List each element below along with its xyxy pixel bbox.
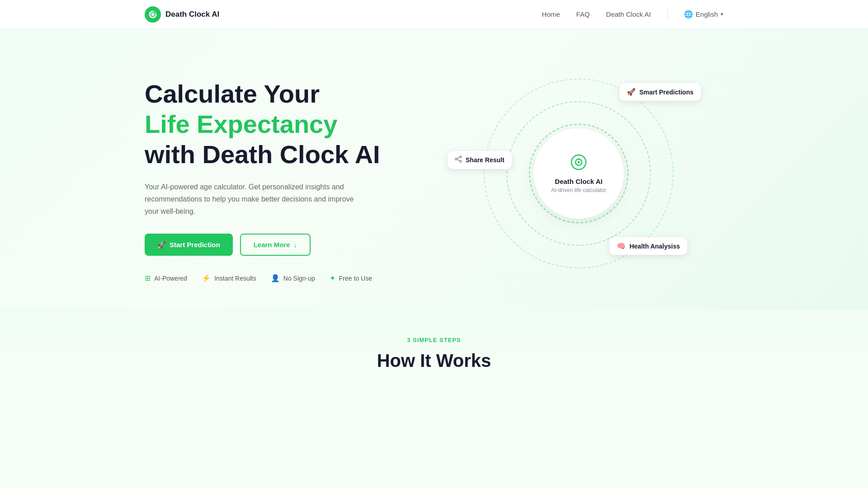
nav-links: Home FAQ Death Clock AI 🌐 English ▾ [542, 9, 723, 20]
learn-more-button[interactable]: Learn More ↓ [240, 234, 311, 256]
feature-ai-powered: ⊞ AI-Powered [145, 274, 187, 282]
hero-description: Your AI-powered age calculator. Get pers… [145, 181, 362, 218]
svg-point-5 [460, 156, 462, 158]
nav-faq[interactable]: FAQ [576, 10, 590, 18]
feature-instant-results: ⚡ Instant Results [202, 274, 256, 282]
feature-free: ✦ Free to Use [330, 274, 372, 282]
rocket-badge-icon: 🚀 [627, 88, 636, 96]
center-card-icon [571, 154, 587, 174]
arrow-down-icon: ↓ [294, 241, 297, 249]
hero-title-line3: with Death Clock AI [145, 140, 380, 169]
center-card-subtitle: AI-driven life calculator [551, 187, 606, 193]
instant-results-label: Instant Results [214, 275, 256, 282]
center-card: Death Clock AI AI-driven life calculator [533, 128, 624, 219]
health-analysis-badge: 🧠 Health Analysiss [609, 237, 687, 255]
svg-point-4 [578, 161, 580, 163]
instant-results-icon: ⚡ [202, 274, 211, 282]
circles-container: Death Clock AI AI-driven life calculator… [484, 79, 674, 268]
hero-section: Calculate Your Life Expectancy with Deat… [0, 29, 868, 310]
hero-title: Calculate Your Life Expectancy with Deat… [145, 79, 434, 170]
ai-powered-label: AI-Powered [154, 275, 187, 282]
logo-text: Death Clock AI [165, 10, 219, 19]
learn-more-label: Learn More [254, 241, 290, 249]
hero-title-line2: Life Expectancy [145, 110, 337, 138]
share-icon [455, 155, 462, 164]
svg-point-1 [151, 13, 154, 16]
free-icon: ✦ [330, 274, 335, 282]
logo-icon [145, 6, 161, 23]
hero-features: ⊞ AI-Powered ⚡ Instant Results 👤 No Sign… [145, 274, 434, 282]
smart-predictions-badge: 🚀 Smart Predictions [619, 83, 701, 101]
nav-home[interactable]: Home [542, 10, 560, 18]
share-result-badge[interactable]: Share Result [448, 151, 512, 169]
steps-section: 3 SIMPLE STEPS How It Works [0, 310, 868, 389]
steps-title: How It Works [145, 351, 723, 371]
svg-line-9 [457, 160, 460, 161]
smart-predictions-label: Smart Predictions [639, 89, 693, 96]
logo-link[interactable]: Death Clock AI [145, 6, 219, 23]
rocket-icon: 🚀 [157, 241, 166, 249]
ai-powered-icon: ⊞ [145, 274, 151, 282]
no-signup-label: No Sign-up [283, 275, 315, 282]
health-analysis-label: Health Analysiss [629, 243, 680, 250]
hero-title-line1: Calculate Your [145, 80, 320, 108]
nav-death-clock[interactable]: Death Clock AI [606, 10, 651, 18]
center-card-title: Death Clock AI [555, 178, 602, 185]
svg-line-8 [457, 157, 460, 159]
brain-icon: 🧠 [617, 242, 626, 250]
hero-visual: Death Clock AI AI-driven life calculator… [434, 65, 723, 282]
share-result-label: Share Result [466, 156, 505, 164]
navbar: Death Clock AI Home FAQ Death Clock AI 🌐… [0, 0, 868, 29]
steps-label: 3 SIMPLE STEPS [145, 337, 723, 343]
nav-divider [667, 9, 668, 20]
globe-icon: 🌐 [684, 10, 693, 19]
svg-point-7 [460, 160, 462, 162]
hero-buttons: 🚀 Start Prediction Learn More ↓ [145, 234, 434, 256]
language-label: English [696, 10, 718, 18]
start-prediction-label: Start Prediction [170, 241, 220, 249]
language-selector[interactable]: 🌐 English ▾ [684, 10, 723, 19]
chevron-down-icon: ▾ [721, 11, 723, 17]
no-signup-icon: 👤 [271, 274, 280, 282]
hero-content: Calculate Your Life Expectancy with Deat… [145, 65, 434, 282]
svg-point-6 [455, 158, 457, 160]
start-prediction-button[interactable]: 🚀 Start Prediction [145, 234, 233, 256]
free-label: Free to Use [339, 275, 372, 282]
feature-no-signup: 👤 No Sign-up [271, 274, 315, 282]
